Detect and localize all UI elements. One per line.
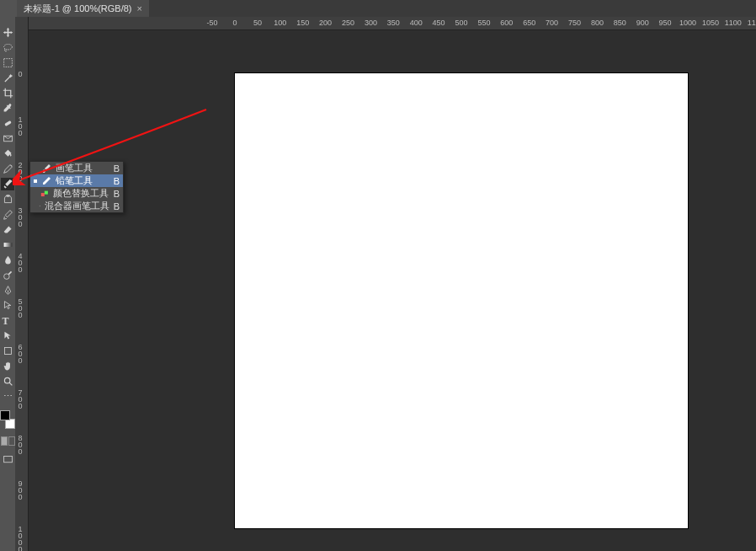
color-replace-icon	[40, 189, 49, 199]
lasso-tool[interactable]	[1, 41, 14, 54]
pen-icon[interactable]	[1, 163, 14, 175]
ruler-tick: 200	[17, 161, 24, 181]
ruler-tick: 250	[342, 19, 354, 27]
ruler-tick: 350	[387, 19, 400, 27]
flyout-item-brush[interactable]: 画笔工具 B	[30, 162, 123, 174]
flyout-label: 铅笔工具	[56, 174, 107, 187]
tab-edge	[0, 0, 17, 17]
ruler-tick: 0	[232, 19, 237, 27]
flyout-item-pencil[interactable]: 铅笔工具 B	[30, 174, 123, 187]
flyout-shortcut: B	[114, 201, 120, 211]
screen-mode-icon[interactable]	[1, 453, 14, 466]
ruler-tick: 700	[546, 19, 558, 27]
ruler-tick: 1050	[702, 19, 719, 27]
ruler-tick: 300	[17, 206, 24, 227]
color-swatches[interactable]	[0, 410, 15, 429]
brush-tool-flyout: 画笔工具 B 铅笔工具 B 颜色替换工具 B 混合器画笔工具 B	[29, 161, 124, 213]
ruler-tick: 400	[410, 19, 423, 27]
ruler-tick: 1150	[748, 19, 756, 27]
gradient-tool[interactable]	[1, 238, 14, 251]
dodge-tool[interactable]	[1, 269, 14, 281]
ruler-tick: 200	[319, 19, 332, 27]
dots-icon[interactable]: ⋯	[1, 390, 14, 403]
vertical-ruler: 0100200300400500600700800900100011001200…	[15, 17, 29, 551]
ruler-tick: 500	[455, 19, 467, 27]
pencil-icon	[41, 176, 51, 186]
ruler-tick: 100	[274, 19, 286, 27]
active-indicator	[34, 179, 37, 183]
tab-bar: 未标题-1 @ 100%(RGB/8) ×	[0, 0, 756, 17]
ruler-tick: 650	[523, 19, 535, 27]
svg-point-5	[3, 274, 9, 280]
direct-select-tool[interactable]	[1, 329, 14, 342]
ruler-tick: 500	[17, 297, 24, 318]
svg-rect-9	[41, 193, 45, 196]
ruler-tick: 900	[17, 479, 24, 500]
mixer-brush-icon	[39, 201, 40, 211]
pen-tool[interactable]	[1, 284, 14, 297]
hand-tool[interactable]	[1, 360, 14, 372]
eyedropper-tool[interactable]	[1, 102, 14, 115]
flyout-label: 画笔工具	[56, 162, 107, 174]
clone-tool[interactable]	[1, 193, 14, 206]
flyout-shortcut: B	[113, 189, 120, 199]
flyout-shortcut: B	[111, 163, 120, 174]
path-select-tool[interactable]	[1, 299, 14, 312]
ruler-tick: 400	[17, 252, 24, 272]
svg-rect-4	[3, 243, 12, 247]
close-tab-icon[interactable]: ×	[137, 3, 142, 13]
svg-rect-2	[4, 120, 12, 126]
ruler-tick: 550	[477, 19, 490, 27]
svg-rect-6	[4, 347, 11, 354]
document-tab[interactable]: 未标题-1 @ 100%(RGB/8) ×	[17, 0, 149, 17]
flyout-item-mixer-brush[interactable]: 混合器画笔工具 B	[30, 200, 123, 212]
svg-rect-8	[3, 456, 12, 462]
blur-tool[interactable]	[1, 254, 14, 266]
type-tool[interactable]: T	[1, 314, 14, 327]
brush-tool[interactable]	[1, 178, 14, 190]
horizontal-ruler: -500501001502002503003504004505005506006…	[29, 17, 756, 30]
ruler-tick: 50	[253, 19, 262, 27]
ruler-tick: 100	[17, 115, 24, 136]
ruler-tick: 850	[614, 19, 626, 27]
flyout-shortcut: B	[111, 176, 120, 186]
ruler-tick: 600	[17, 343, 24, 363]
ruler-tick: 150	[296, 19, 309, 27]
history-brush-tool[interactable]	[1, 208, 14, 221]
ruler-tick: 800	[591, 19, 604, 27]
ruler-tick: 1000	[17, 525, 24, 551]
canvas[interactable]	[235, 73, 688, 528]
tools-panel: T ⋯	[0, 17, 15, 551]
svg-rect-10	[45, 190, 48, 194]
brush-icon	[41, 163, 51, 174]
ruler-tick: 450	[433, 19, 445, 27]
ruler-tick: 800	[17, 434, 24, 454]
ruler-tick: 750	[568, 19, 581, 27]
move-tool[interactable]	[1, 26, 14, 39]
ruler-tick: 950	[659, 19, 672, 27]
flyout-item-color-replace[interactable]: 颜色替换工具 B	[30, 187, 123, 200]
ruler-tick: 900	[636, 19, 649, 27]
marquee-tool[interactable]	[1, 56, 14, 69]
flyout-label: 混合器画笔工具	[45, 200, 109, 212]
wand-tool[interactable]	[1, 72, 14, 84]
fg-color-swatch[interactable]	[0, 410, 10, 420]
heal-tool[interactable]	[1, 117, 14, 130]
eraser-tool[interactable]	[1, 223, 14, 236]
ruler-tick: 1100	[725, 19, 742, 27]
ruler-tick: 0	[17, 70, 24, 77]
workspace: -500501001502002503003504004505005506006…	[29, 17, 756, 551]
ruler-tick: 600	[500, 19, 513, 27]
quick-mask-toggle[interactable]	[1, 436, 15, 446]
canvas-viewport[interactable]	[29, 30, 756, 551]
flyout-label: 颜色替换工具	[53, 187, 109, 200]
shape-tool[interactable]	[1, 345, 14, 357]
ruler-tick: 700	[17, 388, 24, 409]
fill-tool[interactable]	[1, 147, 14, 160]
crop-tool[interactable]	[1, 87, 14, 99]
envelope-icon[interactable]	[1, 132, 14, 145]
zoom-tool[interactable]	[1, 375, 14, 388]
svg-point-7	[4, 377, 10, 383]
ruler-tick: 300	[365, 19, 377, 27]
ruler-tick: 1000	[679, 19, 696, 27]
